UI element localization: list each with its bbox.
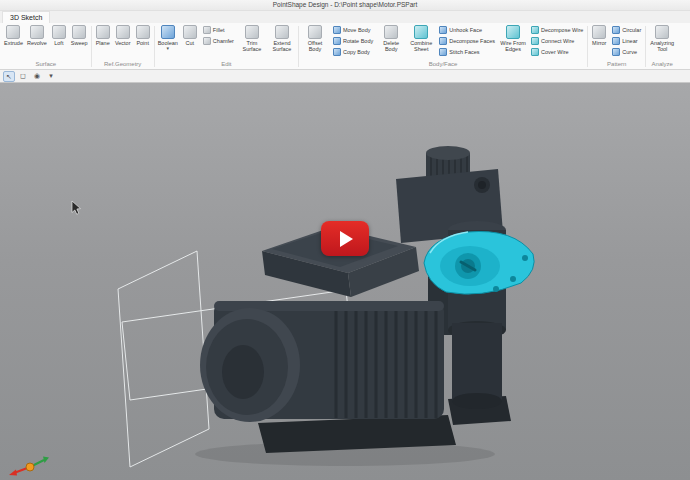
button-label: Decompose Wire	[541, 27, 583, 33]
button-label: Circular	[622, 27, 641, 33]
trim-surface-button[interactable]: Trim Surface	[237, 24, 267, 53]
group-separator	[91, 26, 92, 67]
move-body-button[interactable]: Move Body	[331, 25, 375, 35]
extrude-button[interactable]: Extrude	[2, 24, 25, 47]
revolve-icon	[30, 25, 44, 39]
ribbon-group-edit: Boolean ▾ Cut Fillet Chamfer Trim Surf	[156, 24, 297, 69]
revolve-button[interactable]: Revolve	[25, 24, 49, 47]
window-titlebar: PointShape Design - D:\Point shape\Motor…	[0, 0, 690, 11]
button-label: Cut	[186, 40, 195, 46]
mirror-button[interactable]: Mirror	[589, 24, 609, 47]
combine-sheet-icon	[414, 25, 428, 39]
button-label: Rotate Body	[343, 38, 373, 44]
button-label: Move Body	[343, 27, 371, 33]
delete-body-icon	[384, 25, 398, 39]
chamfer-icon	[203, 37, 211, 45]
group-separator	[587, 26, 588, 67]
vector-button[interactable]: Vector	[113, 24, 133, 47]
group-label-ref-geometry: Ref.Geometry	[93, 60, 153, 69]
linear-pattern-icon	[612, 37, 620, 45]
fillet-button[interactable]: Fillet	[201, 25, 236, 35]
button-label: Fillet	[213, 27, 225, 33]
pattern-small-buttons: Circular Linear Curve	[609, 24, 644, 58]
loft-icon	[52, 25, 66, 39]
sweep-button[interactable]: Sweep	[69, 24, 90, 47]
button-label: Extrude	[4, 40, 23, 46]
wire-from-edges-icon	[506, 25, 520, 39]
point-button[interactable]: Point	[133, 24, 153, 47]
rotate-body-icon	[333, 37, 341, 45]
copy-body-button[interactable]: Copy Body	[331, 47, 375, 57]
cut-button[interactable]: Cut	[180, 24, 200, 47]
button-label: Plane	[96, 40, 110, 46]
linear-pattern-button[interactable]: Linear	[610, 36, 643, 46]
group-separator	[645, 26, 646, 67]
group-label-pattern: Pattern	[589, 60, 644, 69]
rotate-body-button[interactable]: Rotate Body	[331, 36, 375, 46]
button-label: Linear	[622, 38, 637, 44]
ribbon-group-surface: Extrude Revolve Loft Sweep Surface	[2, 24, 90, 69]
circular-pattern-button[interactable]: Circular	[610, 25, 643, 35]
ribbon-group-body-face: Offset Body Move Body Rotate Body Copy B…	[300, 24, 586, 69]
unhook-face-button[interactable]: Unhook Face	[437, 25, 497, 35]
select-tool-button[interactable]: ↖	[3, 71, 15, 82]
wire-from-edges-button[interactable]: Wire From Edges	[498, 24, 528, 53]
boolean-button[interactable]: Boolean ▾	[156, 24, 180, 52]
ribbon-group-ref-geometry: Plane Vector Point Ref.Geometry	[93, 24, 153, 69]
button-label: Mirror	[592, 40, 606, 46]
impeller-cover-selected[interactable]	[424, 231, 534, 294]
button-label: Vector	[115, 40, 131, 46]
combine-sheet-button[interactable]: Combine Sheet	[406, 24, 436, 53]
edit-small-buttons: Fillet Chamfer	[200, 24, 237, 47]
button-label: Trim Surface	[239, 40, 265, 52]
connect-wire-button[interactable]: Connect Wire	[529, 36, 585, 46]
orbit-tool-button[interactable]: ◉	[31, 71, 43, 82]
group-separator	[298, 26, 299, 67]
3d-viewport[interactable]	[0, 83, 690, 480]
face-small-buttons: Unhook Face Decompose Faces Stitch Faces	[436, 24, 498, 58]
connect-wire-icon	[531, 37, 539, 45]
button-label: Point	[136, 40, 149, 46]
button-label: Delete Body	[378, 40, 404, 52]
boolean-icon	[161, 25, 175, 39]
curve-pattern-icon	[612, 48, 620, 56]
extend-surface-button[interactable]: Extend Surface	[267, 24, 297, 53]
stitch-faces-icon	[439, 48, 447, 56]
zoom-window-tool-button[interactable]: ◻	[17, 71, 29, 82]
offset-body-button[interactable]: Offset Body	[300, 24, 330, 53]
ribbon-group-analyze: Analyzing Tool Analyze	[647, 24, 677, 69]
curve-pattern-button[interactable]: Curve	[610, 47, 643, 57]
button-label: Analyzing Tool	[649, 40, 675, 52]
loft-button[interactable]: Loft	[49, 24, 69, 47]
ribbon-tabbar: 3D Sketch	[0, 11, 690, 23]
plane-icon	[96, 25, 110, 39]
tab-3d-sketch[interactable]: 3D Sketch	[2, 11, 50, 23]
3d-viewport-canvas[interactable]	[0, 83, 690, 480]
button-label: Wire From Edges	[500, 40, 526, 52]
motor-pump-model[interactable]	[200, 146, 511, 453]
button-label: Decompose Faces	[449, 38, 495, 44]
chevron-down-icon[interactable]: ▾	[167, 46, 170, 51]
video-play-button[interactable]	[321, 221, 369, 256]
delete-body-button[interactable]: Delete Body	[376, 24, 406, 53]
stitch-faces-button[interactable]: Stitch Faces	[437, 47, 497, 57]
plane-button[interactable]: Plane	[93, 24, 113, 47]
ribbon-group-pattern: Mirror Circular Linear Curve Pattern	[589, 24, 644, 69]
analyzing-tool-button[interactable]: Analyzing Tool	[647, 24, 677, 53]
cover-wire-button[interactable]: Cover Wire	[529, 47, 585, 57]
sweep-icon	[72, 25, 86, 39]
button-label: Stitch Faces	[449, 49, 479, 55]
mirror-icon	[592, 25, 606, 39]
button-label: Extend Surface	[269, 40, 295, 52]
decompose-faces-button[interactable]: Decompose Faces	[437, 36, 497, 46]
toolbar-dropdown[interactable]: ▾	[45, 71, 57, 82]
cut-icon	[183, 25, 197, 39]
button-label: Combine Sheet	[408, 40, 434, 52]
button-label: Copy Body	[343, 49, 370, 55]
chamfer-button[interactable]: Chamfer	[201, 36, 236, 46]
extrude-icon	[6, 25, 20, 39]
mouse-cursor	[72, 201, 81, 214]
circular-pattern-icon	[612, 26, 620, 34]
vector-icon	[116, 25, 130, 39]
decompose-wire-button[interactable]: Decompose Wire	[529, 25, 585, 35]
